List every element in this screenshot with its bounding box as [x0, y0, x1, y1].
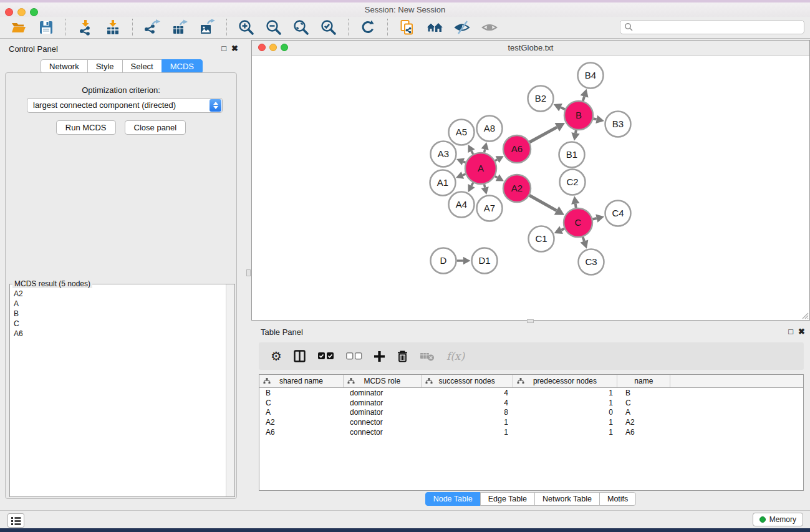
search-input[interactable] — [634, 21, 804, 34]
table-cell[interactable]: 8 — [422, 408, 513, 417]
float-panel-icon[interactable]: □ — [221, 44, 226, 53]
houses-icon[interactable] — [426, 19, 443, 36]
table-cell[interactable]: C — [618, 399, 671, 407]
table-cell[interactable]: 4 — [422, 389, 513, 397]
column-header-successor-nodes[interactable]: successor nodes — [422, 375, 513, 387]
mcds-result-list[interactable]: A2ABCA6 — [10, 286, 226, 496]
edge-C-C4[interactable] — [592, 218, 596, 220]
memory-button[interactable]: Memory — [753, 513, 803, 526]
close-panel-icon[interactable]: ✖ — [231, 44, 238, 53]
tab-mcds[interactable]: MCDS — [162, 59, 203, 74]
add-plus-icon[interactable] — [374, 351, 385, 362]
export-network-icon[interactable] — [143, 19, 161, 36]
edge-B-B2[interactable] — [561, 107, 565, 109]
zoom-in-icon[interactable] — [238, 19, 255, 36]
criterion-dropdown[interactable]: largest connected component (directed) — [27, 98, 223, 113]
folder-open-icon[interactable] — [10, 19, 27, 36]
minimize-view-icon[interactable] — [269, 44, 277, 51]
tab-motifs[interactable]: Motifs — [599, 492, 636, 506]
edge-C-C2[interactable] — [576, 204, 576, 208]
edge-A-A5[interactable] — [471, 151, 473, 154]
result-list-item[interactable]: C — [14, 319, 226, 329]
edge-A-A4[interactable] — [471, 183, 473, 186]
close-table-panel-icon[interactable]: ✖ — [798, 327, 805, 336]
table-cell[interactable]: dominator — [344, 408, 422, 417]
table-cell[interactable]: 4 — [422, 399, 513, 407]
column-header-mcds-role[interactable]: MCDS role — [344, 375, 422, 387]
tab-node-table[interactable]: Node Table — [425, 492, 481, 506]
edge-C-C3[interactable] — [583, 237, 584, 241]
edge-A-A1[interactable] — [463, 174, 466, 175]
edge-A2-C[interactable] — [529, 195, 556, 210]
zoom-view-icon[interactable] — [281, 44, 288, 51]
result-scrollbar[interactable] — [226, 284, 234, 496]
table-cell[interactable]: A — [618, 408, 671, 417]
tab-edge-table[interactable]: Edge Table — [480, 492, 535, 506]
edge-A-A3[interactable] — [463, 162, 466, 162]
tab-select[interactable]: Select — [122, 59, 162, 74]
edge-B-B1[interactable] — [576, 130, 576, 133]
network-window-titlebar[interactable]: testGlobe.txt — [252, 41, 809, 56]
table-cell[interactable]: B — [259, 389, 344, 397]
table-cell[interactable]: 1 — [513, 399, 618, 407]
function-builder-icon[interactable]: f(x) — [446, 350, 465, 362]
column-header-predecessor-nodes[interactable]: predecessor nodes — [513, 375, 618, 387]
table-cell[interactable]: A2 — [259, 418, 344, 427]
table-cell[interactable]: 0 — [513, 408, 618, 417]
export-image-icon[interactable] — [198, 19, 216, 36]
tab-network[interactable]: Network — [41, 59, 88, 74]
task-history-button[interactable] — [7, 513, 24, 528]
splitter-handle-vertical[interactable] — [246, 269, 251, 276]
edge-B-B3[interactable] — [593, 118, 596, 119]
eye-icon[interactable] — [481, 19, 498, 36]
table-cell[interactable]: A2 — [618, 418, 671, 427]
float-table-panel-icon[interactable]: □ — [788, 327, 793, 336]
minimize-window-icon[interactable] — [17, 8, 26, 16]
result-list-item[interactable]: A6 — [14, 329, 226, 339]
table-cell[interactable]: A — [259, 408, 344, 417]
table-cell[interactable]: A6 — [618, 428, 671, 437]
result-list-item[interactable]: A2 — [14, 289, 226, 299]
half-eye-icon[interactable] — [453, 19, 471, 36]
zoom-out-icon[interactable] — [265, 19, 282, 36]
select-all-checkboxes-icon[interactable] — [318, 352, 334, 360]
table-cell[interactable]: B — [618, 389, 671, 397]
column-header-name[interactable]: name — [617, 375, 670, 387]
zoom-selected-icon[interactable] — [320, 19, 337, 36]
settings-gear-icon[interactable]: ⚙ — [271, 350, 282, 362]
export-table-icon[interactable] — [171, 19, 188, 36]
run-mcds-button[interactable]: Run MCDS — [56, 120, 116, 135]
edge-B-B4[interactable] — [583, 97, 584, 101]
close-panel-button[interactable]: Close panel — [125, 120, 186, 135]
import-network-icon[interactable] — [77, 19, 94, 36]
edge-A-A7[interactable] — [485, 184, 485, 187]
refresh-icon[interactable] — [359, 19, 377, 36]
result-list-item[interactable]: A — [14, 299, 226, 309]
table-cell[interactable]: dominator — [344, 399, 422, 407]
table-row[interactable]: A6connector11A6 — [259, 427, 803, 437]
edge-A-A6[interactable] — [495, 160, 498, 161]
close-window-icon[interactable] — [5, 8, 13, 16]
edge-A-A8[interactable] — [485, 149, 485, 152]
network-graph-canvas[interactable]: B4B2BB3A5A8A6A3AB1A1A2C2A4A7C4CC1C3DD1 — [252, 56, 809, 321]
table-cell[interactable]: A6 — [259, 428, 344, 437]
table-cell[interactable]: 1 — [422, 418, 513, 427]
column-header-shared-name[interactable]: shared name — [259, 375, 344, 387]
table-cell[interactable]: 1 — [513, 389, 618, 397]
floppy-save-icon[interactable] — [37, 19, 55, 36]
edge-C-C1[interactable] — [561, 229, 564, 230]
trash-icon[interactable] — [397, 350, 408, 362]
table-cell[interactable]: connector — [344, 428, 422, 437]
import-table-icon[interactable] — [104, 19, 122, 36]
table-cell[interactable]: 1 — [422, 428, 513, 437]
table-row[interactable]: Cdominator41C — [259, 398, 803, 408]
edge-A-A2[interactable] — [495, 177, 498, 178]
resize-grip-icon[interactable] — [800, 311, 809, 319]
column-layout-icon[interactable] — [294, 350, 306, 362]
deselect-all-checkboxes-icon[interactable] — [346, 352, 362, 360]
table-row[interactable]: Adominator80A — [259, 407, 803, 417]
table-cell[interactable]: connector — [344, 418, 422, 427]
table-row[interactable]: A2connector11A2 — [259, 417, 803, 427]
close-view-icon[interactable] — [258, 44, 266, 51]
delete-table-icon[interactable] — [420, 352, 435, 361]
